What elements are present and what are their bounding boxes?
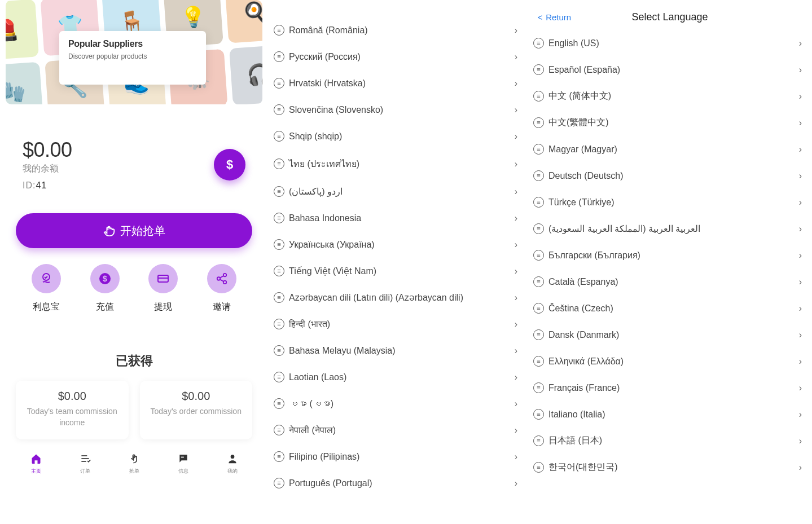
recharge-icon: $: [98, 272, 112, 285]
language-item[interactable]: Български (България)›: [528, 242, 812, 268]
language-name: Bahasa Indonesia: [289, 213, 361, 223]
svg-point-14: [230, 455, 234, 459]
language-name: Português (Portugal): [289, 478, 372, 488]
language-name: Español (España): [548, 65, 620, 75]
language-item[interactable]: 中文 (简体中文)›: [528, 83, 812, 109]
language-item[interactable]: Русский (Россия)›: [268, 43, 528, 70]
chevron-right-icon: ›: [515, 25, 517, 36]
tab-label: 信息: [178, 468, 188, 475]
list-icon: [80, 453, 91, 464]
language-item[interactable]: नेपाली (नेपाल)›: [268, 417, 528, 443]
language-item[interactable]: 한국어(대한민국)›: [528, 454, 812, 481]
language-item[interactable]: Shqip (shqip)›: [268, 123, 528, 149]
language-item[interactable]: Français (France)›: [528, 375, 812, 401]
stat-order-commission[interactable]: $0.00 Today's order commission: [140, 381, 253, 439]
language-item[interactable]: Ελληνικά (Ελλάδα)›: [528, 348, 812, 375]
language-name: Bahasa Melayu (Malaysia): [289, 346, 396, 356]
language-item[interactable]: Українська (Україна)›: [268, 231, 528, 258]
tab-orders[interactable]: 订单: [68, 453, 102, 475]
language-name: Shqip (shqip): [289, 131, 342, 142]
language-item[interactable]: Čeština (Czech)›: [528, 295, 812, 322]
language-name: Български (България): [548, 250, 640, 261]
interest-icon: [39, 272, 53, 285]
language-item[interactable]: English (US)›: [528, 30, 812, 56]
svg-text:$: $: [103, 274, 107, 283]
language-name: Čeština (Czech): [548, 303, 613, 314]
language-name: Dansk (Danmark): [548, 330, 619, 340]
language-item[interactable]: Hrvatski (Hrvatska)›: [268, 70, 528, 96]
language-name: हिन्दी (भारत): [289, 319, 330, 329]
language-item[interactable]: Magyar (Magyar)›: [528, 136, 812, 162]
language-item[interactable]: Filipino (Pilipinas)›: [268, 443, 528, 470]
language-item[interactable]: Català (Espanya)›: [528, 268, 812, 295]
stats-row: $0.00 Today's team commission income $0.…: [0, 369, 268, 439]
chevron-right-icon: ›: [799, 250, 802, 261]
language-item[interactable]: Español (España)›: [528, 56, 812, 83]
language-name: Українська (Україна): [289, 240, 375, 250]
withdraw-icon: [156, 272, 170, 285]
language-item[interactable]: Dansk (Danmark)›: [528, 322, 812, 348]
chevron-right-icon: ›: [515, 78, 517, 89]
language-item[interactable]: العربية العربية (المملكة العربية السعودي…: [528, 215, 812, 242]
share-icon: [216, 272, 228, 285]
language-item[interactable]: Türkçe (Türkiye)›: [528, 189, 812, 215]
language-item[interactable]: Italiano (Italia)›: [528, 401, 812, 428]
language-panel-mid: Română (România)›Русский (Россия)›Hrvats…: [268, 0, 528, 524]
bottom-tabbar: 主页 订单 抢单 信息 我的: [0, 439, 268, 475]
language-name: Magyar (Magyar): [548, 144, 617, 155]
chevron-right-icon: ›: [799, 65, 802, 75]
tab-profile[interactable]: 我的: [216, 453, 249, 475]
language-icon: [533, 144, 544, 155]
language-icon: [274, 345, 284, 356]
language-item[interactable]: हिन्दी (भारत)›: [268, 311, 528, 337]
language-item[interactable]: ဗမာ (ဗမာ)›: [268, 390, 528, 417]
profile-icon: [227, 453, 238, 464]
wallet-button[interactable]: $: [214, 149, 245, 180]
stat-team-commission[interactable]: $0.00 Today's team commission income: [16, 381, 129, 439]
chevron-right-icon: ›: [799, 197, 802, 208]
language-icon: [274, 158, 284, 169]
language-item[interactable]: Deutsch (Deutsch)›: [528, 162, 812, 189]
action-withdraw[interactable]: 提现: [141, 264, 186, 313]
action-invite[interactable]: 邀请: [199, 264, 244, 313]
language-icon: [274, 266, 284, 276]
language-list: English (US)›Español (España)›中文 (简体中文)›…: [528, 30, 812, 481]
language-item[interactable]: 日本語 (日本)›: [528, 428, 812, 454]
tab-messages[interactable]: 信息: [166, 453, 200, 475]
hero-title: Popular Suppliers: [68, 39, 197, 49]
language-name: Ελληνικά (Ελλάδα): [548, 356, 624, 367]
language-name: नेपाली (नेपाल): [289, 425, 336, 435]
svg-point-5: [223, 274, 227, 277]
language-item[interactable]: Tiếng Việt (Việt Nam)›: [268, 258, 528, 284]
language-item[interactable]: Laotian (Laos)›: [268, 364, 528, 390]
language-name: 한국어(대한민국): [548, 461, 618, 473]
tab-home[interactable]: 主页: [19, 453, 53, 475]
language-item[interactable]: Português (Portugal)›: [268, 470, 528, 496]
language-icon: [274, 213, 284, 223]
language-item[interactable]: Slovenčina (Slovensko)›: [268, 96, 528, 123]
id-value: 41: [36, 180, 47, 190]
svg-point-7: [223, 281, 227, 284]
language-item[interactable]: ไทย (ประเทศไทย)›: [268, 149, 528, 178]
start-grab-button[interactable]: 开始抢单: [16, 213, 252, 248]
action-interest[interactable]: 利息宝: [24, 264, 69, 313]
hero-banner[interactable]: 💄👕🪑💡🍳 🧤🔧👟🐘🎧 Popular Suppliers Discover p…: [6, 0, 262, 104]
language-item[interactable]: اردو (پاکستان)›: [268, 178, 528, 205]
quick-actions: 利息宝 $ 充值 提现 邀请: [0, 248, 268, 313]
tap-icon: [103, 224, 116, 237]
tab-grab[interactable]: 抢单: [117, 453, 151, 475]
action-label: 邀请: [213, 301, 231, 313]
language-item[interactable]: Bahasa Indonesia›: [268, 205, 528, 231]
action-recharge[interactable]: $ 充值: [82, 264, 128, 313]
language-item[interactable]: Română (România)›: [268, 17, 528, 43]
language-item[interactable]: Bahasa Melayu (Malaysia)›: [268, 337, 528, 364]
language-icon: [274, 372, 284, 382]
language-icon: [274, 131, 284, 142]
language-item[interactable]: Azərbaycan dili (Latın dili) (Azərbaycan…: [268, 284, 528, 311]
return-button[interactable]: Return: [546, 12, 571, 22]
chevron-right-icon: ›: [515, 131, 517, 142]
language-name: ไทย (ประเทศไทย): [289, 157, 359, 171]
svg-point-6: [217, 277, 221, 280]
language-name: Français (France): [548, 383, 620, 393]
language-item[interactable]: 中文(繁體中文)›: [528, 109, 812, 136]
